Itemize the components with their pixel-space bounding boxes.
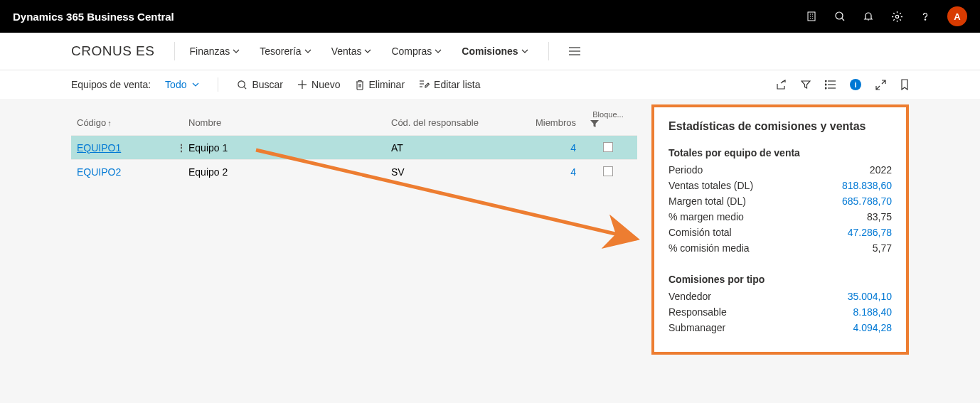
svg-point-26 bbox=[825, 84, 826, 85]
nav-bar: CRONUS ES FinanzasTesoreríaVentasCompras… bbox=[0, 33, 980, 70]
row-miembros: 4 bbox=[533, 166, 590, 178]
edit-list-button[interactable]: Editar lista bbox=[419, 79, 480, 90]
row-bloque-checkbox[interactable] bbox=[603, 142, 613, 152]
row-miembros: 4 bbox=[533, 142, 590, 154]
gear-icon[interactable] bbox=[890, 10, 903, 23]
nav-item-ventas[interactable]: Ventas bbox=[331, 45, 372, 57]
stat-row: Submanager4.094,28 bbox=[669, 322, 892, 333]
toolbar-left: Equipos de venta: Todo Buscar Nuevo Elim… bbox=[71, 77, 480, 92]
stat-label: Responsable bbox=[669, 306, 727, 318]
page-label: Equipos de venta: bbox=[71, 79, 151, 90]
nav-item-finanzas[interactable]: Finanzas bbox=[189, 45, 240, 57]
chevron-down-icon bbox=[521, 49, 528, 53]
header-codigo[interactable]: Código↑ bbox=[71, 117, 188, 128]
filter-icon[interactable] bbox=[801, 80, 811, 90]
trash-icon bbox=[355, 80, 365, 90]
chevron-down-icon bbox=[364, 49, 371, 53]
bookmark-icon[interactable] bbox=[900, 79, 909, 90]
header-miembros[interactable]: Miembros bbox=[533, 117, 590, 128]
filter-toggle[interactable]: Todo bbox=[165, 79, 199, 90]
stat-row: Responsable8.188,40 bbox=[669, 306, 892, 318]
building-icon[interactable] bbox=[805, 10, 818, 23]
stat-row: % comisión media5,77 bbox=[669, 242, 892, 254]
chevron-down-icon bbox=[435, 49, 442, 53]
stat-value: 83,75 bbox=[867, 211, 892, 222]
stat-value[interactable]: 4.094,28 bbox=[853, 322, 893, 333]
delete-button[interactable]: Eliminar bbox=[355, 79, 405, 90]
row-bloque-checkbox[interactable] bbox=[603, 166, 613, 176]
svg-point-10 bbox=[895, 15, 898, 18]
chevron-down-icon bbox=[304, 49, 311, 53]
nav-item-compras[interactable]: Compras bbox=[391, 45, 442, 57]
svg-rect-0 bbox=[808, 12, 815, 21]
stat-label: % margen medio bbox=[669, 211, 744, 222]
row-nombre: Equipo 2 bbox=[188, 166, 391, 178]
nav-item-tesorería[interactable]: Tesorería bbox=[260, 45, 311, 57]
help-icon[interactable] bbox=[919, 10, 932, 23]
stat-value[interactable]: 8.188,40 bbox=[853, 306, 893, 318]
stat-label: Ventas totales (DL) bbox=[669, 180, 753, 191]
row-code-link[interactable]: EQUIPO1 bbox=[77, 142, 121, 154]
stat-label: Comisión total bbox=[669, 227, 732, 238]
stat-row: % margen medio83,75 bbox=[669, 211, 892, 222]
search-icon[interactable] bbox=[833, 10, 846, 23]
header-nombre[interactable]: Nombre bbox=[188, 117, 391, 128]
nav-item-label: Finanzas bbox=[189, 45, 230, 57]
edit-list-icon bbox=[419, 80, 430, 90]
stat-row: Margen total (DL)685.788,70 bbox=[669, 195, 892, 207]
stats-title: Estadísticas de comisiones y ventas bbox=[669, 120, 892, 133]
table-row[interactable]: EQUIPO2Equipo 2SV4 bbox=[71, 159, 637, 183]
hamburger-icon[interactable] bbox=[569, 47, 580, 55]
row-bloque-cell bbox=[590, 166, 626, 178]
sort-arrow-icon: ↑ bbox=[107, 119, 112, 127]
header-icons: A bbox=[805, 6, 967, 26]
filter-toggle-label: Todo bbox=[165, 79, 186, 90]
stat-value[interactable]: 35.004,10 bbox=[848, 291, 892, 302]
stat-label: % comisión media bbox=[669, 242, 750, 254]
row-nombre: Equipo 1 bbox=[188, 142, 391, 154]
svg-text:i: i bbox=[854, 80, 856, 89]
stats-panel: Estadísticas de comisiones y ventas Tota… bbox=[651, 104, 909, 355]
search-icon bbox=[237, 80, 247, 90]
bell-icon[interactable] bbox=[862, 10, 875, 23]
new-label: Nuevo bbox=[311, 79, 340, 90]
nav-item-label: Ventas bbox=[331, 45, 362, 57]
svg-point-15 bbox=[238, 80, 245, 87]
stat-value[interactable]: 685.788,70 bbox=[842, 195, 892, 207]
svg-line-8 bbox=[842, 18, 844, 21]
row-code-link[interactable]: EQUIPO2 bbox=[77, 166, 121, 178]
header-bloque[interactable]: Bloque... bbox=[590, 110, 626, 128]
divider bbox=[548, 42, 549, 60]
table-container: Código↑ Nombre Cód. del responsable Miem… bbox=[71, 104, 637, 355]
row-responsable: SV bbox=[391, 166, 533, 178]
stat-value[interactable]: 818.838,60 bbox=[842, 180, 892, 191]
stat-value[interactable]: 47.286,78 bbox=[848, 227, 892, 238]
list-icon[interactable] bbox=[825, 80, 836, 90]
stat-label: Submanager bbox=[669, 322, 725, 333]
nav-item-label: Tesorería bbox=[260, 45, 301, 57]
info-icon[interactable]: i bbox=[850, 79, 861, 90]
chevron-down-icon bbox=[233, 49, 240, 53]
company-name[interactable]: CRONUS ES bbox=[71, 43, 154, 59]
avatar[interactable]: A bbox=[947, 6, 967, 26]
table-row[interactable]: EQUIPO1⋮Equipo 1AT4 bbox=[71, 135, 637, 159]
edit-list-label: Editar lista bbox=[434, 79, 480, 90]
stat-row: Comisión total47.286,78 bbox=[669, 227, 892, 238]
divider bbox=[174, 42, 175, 60]
search-button[interactable]: Buscar bbox=[237, 79, 283, 90]
svg-point-7 bbox=[836, 12, 843, 19]
expand-icon[interactable] bbox=[875, 80, 886, 90]
row-responsable: AT bbox=[391, 142, 533, 154]
new-button[interactable]: Nuevo bbox=[297, 79, 340, 90]
row-more-icon[interactable]: ⋮ bbox=[174, 142, 188, 154]
stats-section2-title: Comisiones por tipo bbox=[669, 274, 892, 285]
stat-row: Periodo2022 bbox=[669, 164, 892, 176]
share-icon[interactable] bbox=[775, 80, 787, 90]
nav-item-comisiones[interactable]: Comisiones bbox=[462, 45, 528, 57]
plus-icon bbox=[297, 80, 307, 90]
delete-label: Eliminar bbox=[369, 79, 405, 90]
stat-value: 5,77 bbox=[873, 242, 892, 254]
nav-item-label: Comisiones bbox=[462, 45, 518, 57]
header-responsable[interactable]: Cód. del responsable bbox=[391, 117, 533, 128]
svg-line-16 bbox=[245, 87, 247, 89]
